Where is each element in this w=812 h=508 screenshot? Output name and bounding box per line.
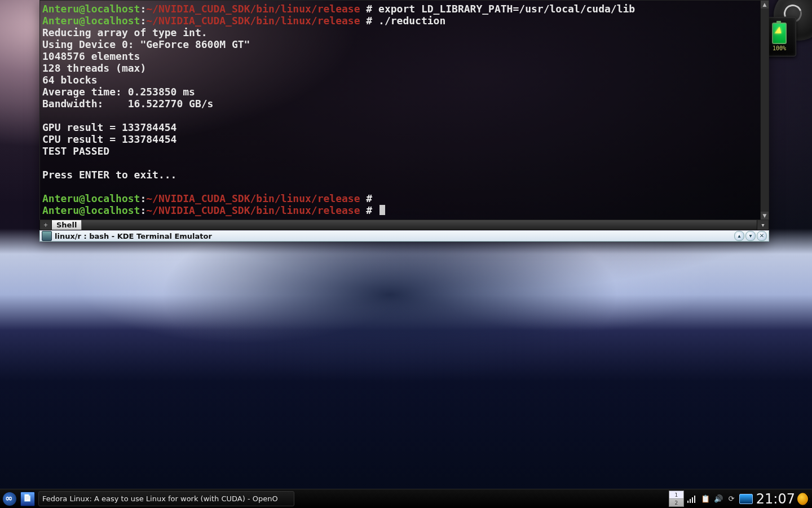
taskbar-entry-title: Fedora Linux: A easy to use Linux for wo… xyxy=(42,494,278,503)
terminal-cursor xyxy=(379,205,385,215)
scroll-down-icon[interactable]: ▼ xyxy=(761,212,769,220)
workspace-1[interactable]: 1 xyxy=(669,491,683,498)
workspace-pager[interactable]: 1 2 xyxy=(669,491,684,507)
terminal-text[interactable]: Anteru@localhost:~/NVIDIA_CUDA_SDK/bin/l… xyxy=(40,1,760,220)
terminal-app-icon xyxy=(42,231,52,241)
terminal-tab-shell[interactable]: Shell xyxy=(52,220,82,230)
weather-moon-icon[interactable] xyxy=(797,493,810,505)
window-title: linux/r : bash - KDE Terminal Emulator xyxy=(55,232,733,240)
terminal-scrollbar[interactable]: ▲ ▼ xyxy=(760,1,769,220)
workspace-2[interactable]: 2 xyxy=(669,498,683,506)
new-tab-button[interactable]: ＋ xyxy=(40,220,52,230)
terminal-window[interactable]: Anteru@localhost:~/NVIDIA_CUDA_SDK/bin/l… xyxy=(39,0,769,242)
maximize-button[interactable]: ▾ xyxy=(745,231,756,241)
cmd-export: export LD_LIBRARY_PATH=/usr/local/cuda/l… xyxy=(378,3,635,15)
taskbar: Fedora Linux: A easy to use Linux for wo… xyxy=(0,489,812,508)
updates-tray-icon[interactable]: ⟳ xyxy=(726,494,736,504)
battery-percent-label: 100% xyxy=(773,45,786,51)
terminal-output-area[interactable]: Anteru@localhost:~/NVIDIA_CUDA_SDK/bin/l… xyxy=(39,0,769,220)
terminal-tab-bar: ＋ Shell ▾ xyxy=(39,220,769,230)
system-tray: 📋 🔊 ⟳ xyxy=(687,494,753,504)
cmd-reduction: ./reduction xyxy=(378,15,445,27)
window-titlebar[interactable]: linux/r : bash - KDE Terminal Emulator ▴… xyxy=(39,230,769,242)
start-button[interactable] xyxy=(0,489,19,508)
prompt-user: Anteru@localhost xyxy=(42,3,140,15)
battery-icon xyxy=(772,23,787,44)
prompt-path: ~/NVIDIA_CUDA_SDK/bin/linux/release xyxy=(146,3,360,15)
quicklaunch-app-icon[interactable] xyxy=(20,492,35,506)
close-tab-button[interactable]: ▾ xyxy=(757,220,769,230)
taskbar-clock[interactable]: 21:07 xyxy=(756,491,795,507)
close-button[interactable]: ✕ xyxy=(757,231,767,241)
fedora-logo-icon xyxy=(3,492,16,506)
display-tray-icon[interactable] xyxy=(739,494,753,504)
minimize-button[interactable]: ▴ xyxy=(734,231,744,241)
clipboard-tray-icon[interactable]: 📋 xyxy=(700,494,710,504)
scroll-up-icon[interactable]: ▲ xyxy=(761,1,769,8)
volume-tray-icon[interactable]: 🔊 xyxy=(713,494,723,504)
taskbar-entry-browser[interactable]: Fedora Linux: A easy to use Linux for wo… xyxy=(38,491,294,506)
network-signal-icon[interactable] xyxy=(687,495,698,503)
